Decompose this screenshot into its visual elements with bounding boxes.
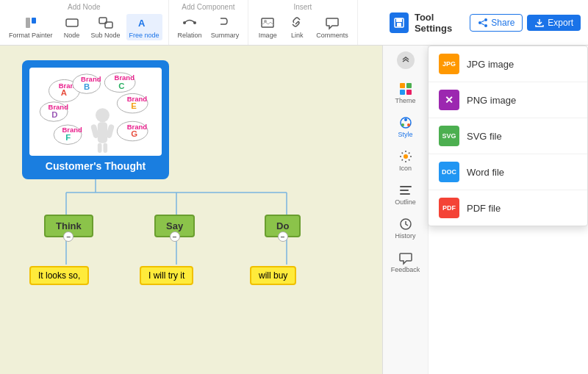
export-dropdown: JPG JPG image ✕ PNG image SVG SVG file D… [428,46,588,226]
comments-btn[interactable]: Comments [313,14,351,40]
central-node-image: Brand A Brand B Brand C Brand D Brand E [29,68,162,156]
central-node[interactable]: Brand A Brand B Brand C Brand D Brand E [22,60,169,179]
sidebar-collapse-btn[interactable] [397,51,415,69]
export-word[interactable]: DOC Word file [429,154,587,190]
node-say[interactable]: Say − [154,215,195,237]
export-png-label: PNG image [467,95,516,106]
freenode-btn[interactable]: A Free node [126,14,162,40]
sidebar-icon[interactable]: Icon [386,144,426,176]
svg-line-16 [481,21,484,22]
sidebar-style[interactable]: Style [386,110,426,143]
say-collapse-btn[interactable]: − [170,231,180,242]
sidebar-style-label: Style [398,131,412,138]
svg-point-15 [484,24,487,27]
svg-point-61 [401,123,404,126]
toolbar-section-insert: Insert Image Link Comments [248,0,358,45]
sidebar-outline[interactable]: Outline [386,178,426,210]
svg-rect-2 [66,19,78,26]
svg-rect-12 [397,23,401,26]
sidebar-outline-label: Outline [395,198,416,206]
share-button[interactable]: Share [470,14,523,32]
central-node-title: Customer's Thought [29,160,162,172]
add-node-icons: Format Painter Node Sub Node A Free node [6,14,162,40]
save-icon [390,12,409,33]
link-btn[interactable]: Link [284,14,310,40]
svg-rect-11 [396,18,402,22]
word-icon: DOC [439,162,459,182]
node-do[interactable]: Do − [265,215,301,237]
svg-point-7 [193,21,196,24]
export-pdf[interactable]: PDF PDF file [429,190,587,226]
sidebar-theme-label: Theme [395,97,415,104]
leaf-say-label: I will try it [148,270,184,281]
add-component-icons: Relation Summary [175,14,243,40]
sidebar-theme[interactable]: Theme [386,76,426,109]
svg-rect-32 [103,143,107,153]
svg-rect-65 [400,193,410,195]
svg-point-60 [407,123,410,126]
leaf-do-label: will buy [259,270,287,281]
leaf-think[interactable]: It looks so, [29,266,89,285]
sidebar-history-label: History [395,232,415,240]
insert-icons: Image Link Comments [254,14,351,40]
sidebar-history[interactable]: History [386,212,426,244]
svg-point-14 [478,21,481,24]
svg-rect-54 [400,83,405,88]
canvas-area[interactable]: Brand A Brand B Brand C Brand D Brand E [0,46,382,374]
export-button[interactable]: Export [527,15,581,31]
leaf-do[interactable]: will buy [250,266,296,285]
node-say-label: Say [166,220,183,231]
export-svg-label: SVG file [467,131,502,142]
share-label: Share [491,18,514,28]
svg-text:A: A [61,88,67,97]
svg-rect-63 [400,186,412,187]
leaf-say[interactable]: I will try it [140,266,193,285]
summary-btn[interactable]: Summary [208,14,243,40]
export-label: Export [548,18,573,28]
svg-text:G: G [131,129,137,138]
svg-text:E: E [131,101,137,110]
think-collapse-btn[interactable]: − [63,231,74,242]
svg-line-17 [481,24,484,25]
sidebar-icons: Theme Style Icon Outline History Feedbac… [383,46,429,374]
leaf-think-label: It looks so, [38,270,80,281]
export-png[interactable]: ✕ PNG image [429,82,587,118]
insert-title: Insert [293,3,312,11]
node-think-label: Think [56,220,82,231]
svg-rect-1 [32,18,36,24]
svg-text:B: B [84,82,90,91]
node-do-label: Do [276,220,289,231]
svg-point-62 [404,154,408,159]
export-word-label: Word file [467,167,504,178]
sidebar-icon-label: Icon [399,165,412,172]
svg-rect-31 [98,143,102,153]
node-think[interactable]: Think − [44,215,93,237]
svg-rect-55 [406,83,412,88]
svg-point-27 [96,108,110,122]
svg-text:D: D [51,110,57,119]
sidebar-feedback[interactable]: Feedback [386,245,426,278]
node-btn[interactable]: Node [59,14,85,40]
svg-rect-64 [400,190,409,191]
svg-rect-28 [98,122,107,143]
png-icon: ✕ [439,90,459,110]
svg-text:C: C [118,82,124,90]
export-jpg-label: JPG image [467,59,514,70]
format-painter-btn[interactable]: Format Painter [6,14,56,40]
subnode-btn[interactable]: Sub Node [88,14,123,40]
jpg-icon: JPG [439,54,459,74]
sidebar-feedback-label: Feedback [391,266,420,273]
add-node-title: Add Node [68,3,100,11]
export-svg[interactable]: SVG SVG file [429,118,587,154]
pdf-icon: PDF [439,198,459,218]
tool-settings-header: Tool Settings Share Export [382,0,588,46]
svg-icon: SVG [439,126,459,146]
svg-text:A: A [138,18,146,29]
export-jpg[interactable]: JPG JPG image [429,46,587,82]
svg-rect-57 [406,90,412,95]
export-pdf-label: PDF file [467,203,501,214]
image-btn[interactable]: Image [254,14,281,40]
toolbar-section-node: Add Node Format Painter Node Sub Node A … [0,0,169,45]
relation-btn[interactable]: Relation [175,14,205,40]
do-collapse-btn[interactable]: − [278,231,288,242]
